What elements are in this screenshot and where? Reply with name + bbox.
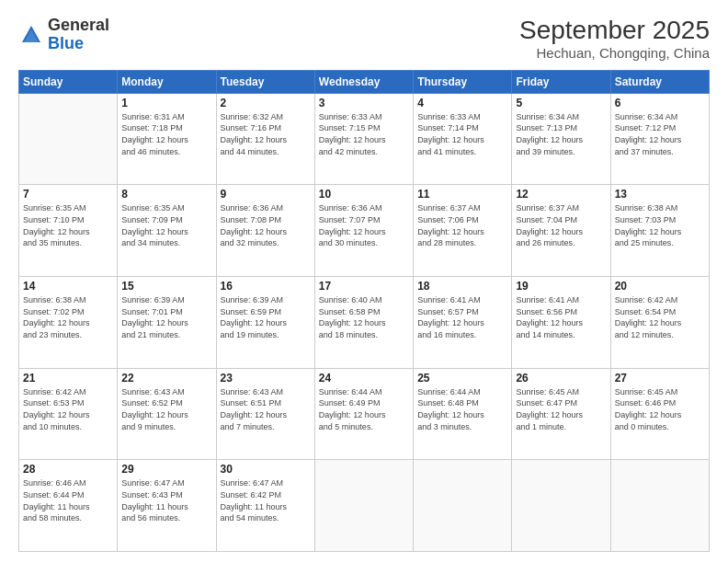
day-info: Sunrise: 6:44 AM Sunset: 6:48 PM Dayligh… bbox=[417, 386, 507, 432]
day-info: Sunrise: 6:44 AM Sunset: 6:49 PM Dayligh… bbox=[319, 386, 409, 432]
logo: General Blue bbox=[18, 17, 109, 53]
logo-icon bbox=[18, 22, 44, 48]
day-number: 23 bbox=[221, 372, 311, 385]
day-number: 29 bbox=[121, 463, 211, 476]
table-row bbox=[610, 460, 709, 552]
day-number: 15 bbox=[121, 280, 211, 293]
day-number: 27 bbox=[615, 372, 705, 385]
day-number: 20 bbox=[615, 280, 705, 293]
table-row: 17Sunrise: 6:40 AM Sunset: 6:58 PM Dayli… bbox=[314, 277, 413, 369]
day-number: 18 bbox=[417, 280, 507, 293]
table-row: 13Sunrise: 6:38 AM Sunset: 7:03 PM Dayli… bbox=[610, 185, 709, 277]
calendar-week-row: 21Sunrise: 6:42 AM Sunset: 6:53 PM Dayli… bbox=[19, 368, 710, 460]
day-number: 6 bbox=[615, 97, 705, 109]
col-monday: Monday bbox=[118, 70, 216, 93]
table-row: 6Sunrise: 6:34 AM Sunset: 7:12 PM Daylig… bbox=[610, 93, 709, 185]
table-row bbox=[512, 460, 610, 552]
table-row: 1Sunrise: 6:31 AM Sunset: 7:18 PM Daylig… bbox=[118, 93, 216, 185]
table-row: 22Sunrise: 6:43 AM Sunset: 6:52 PM Dayli… bbox=[118, 368, 216, 460]
calendar-week-row: 28Sunrise: 6:46 AM Sunset: 6:44 PM Dayli… bbox=[19, 460, 710, 552]
day-number: 28 bbox=[23, 463, 113, 476]
table-row: 26Sunrise: 6:45 AM Sunset: 6:47 PM Dayli… bbox=[512, 368, 610, 460]
col-saturday: Saturday bbox=[610, 70, 709, 93]
col-tuesday: Tuesday bbox=[216, 70, 314, 93]
calendar-header-row: Sunday Monday Tuesday Wednesday Thursday… bbox=[19, 70, 710, 93]
day-info: Sunrise: 6:47 AM Sunset: 6:43 PM Dayligh… bbox=[121, 477, 211, 523]
day-info: Sunrise: 6:34 AM Sunset: 7:13 PM Dayligh… bbox=[516, 111, 606, 157]
table-row: 5Sunrise: 6:34 AM Sunset: 7:13 PM Daylig… bbox=[512, 93, 610, 185]
day-info: Sunrise: 6:43 AM Sunset: 6:52 PM Dayligh… bbox=[121, 386, 211, 432]
day-number: 10 bbox=[319, 188, 409, 201]
month-year: September 2025 bbox=[519, 17, 710, 45]
day-number: 5 bbox=[516, 97, 606, 109]
table-row: 12Sunrise: 6:37 AM Sunset: 7:04 PM Dayli… bbox=[512, 185, 610, 277]
day-number: 14 bbox=[23, 280, 113, 293]
day-number: 25 bbox=[417, 372, 507, 385]
day-info: Sunrise: 6:39 AM Sunset: 7:01 PM Dayligh… bbox=[121, 294, 211, 340]
table-row bbox=[19, 93, 118, 185]
table-row: 28Sunrise: 6:46 AM Sunset: 6:44 PM Dayli… bbox=[19, 460, 118, 552]
table-row: 27Sunrise: 6:45 AM Sunset: 6:46 PM Dayli… bbox=[610, 368, 709, 460]
day-info: Sunrise: 6:45 AM Sunset: 6:46 PM Dayligh… bbox=[615, 386, 705, 432]
day-info: Sunrise: 6:34 AM Sunset: 7:12 PM Dayligh… bbox=[615, 111, 705, 157]
col-sunday: Sunday bbox=[19, 70, 118, 93]
day-number: 3 bbox=[319, 97, 409, 109]
day-info: Sunrise: 6:33 AM Sunset: 7:14 PM Dayligh… bbox=[417, 111, 507, 157]
table-row: 18Sunrise: 6:41 AM Sunset: 6:57 PM Dayli… bbox=[414, 277, 512, 369]
day-info: Sunrise: 6:39 AM Sunset: 6:59 PM Dayligh… bbox=[221, 294, 311, 340]
day-info: Sunrise: 6:42 AM Sunset: 6:53 PM Dayligh… bbox=[23, 386, 113, 432]
day-number: 21 bbox=[23, 372, 113, 385]
day-info: Sunrise: 6:41 AM Sunset: 6:56 PM Dayligh… bbox=[516, 294, 606, 340]
table-row: 25Sunrise: 6:44 AM Sunset: 6:48 PM Dayli… bbox=[414, 368, 512, 460]
day-info: Sunrise: 6:37 AM Sunset: 7:04 PM Dayligh… bbox=[516, 202, 606, 248]
table-row: 19Sunrise: 6:41 AM Sunset: 6:56 PM Dayli… bbox=[512, 277, 610, 369]
table-row: 7Sunrise: 6:35 AM Sunset: 7:10 PM Daylig… bbox=[19, 185, 118, 277]
day-info: Sunrise: 6:35 AM Sunset: 7:09 PM Dayligh… bbox=[121, 202, 211, 248]
day-info: Sunrise: 6:32 AM Sunset: 7:16 PM Dayligh… bbox=[221, 111, 311, 157]
title-block: September 2025 Hechuan, Chongqing, China bbox=[519, 17, 710, 61]
col-wednesday: Wednesday bbox=[314, 70, 413, 93]
table-row: 4Sunrise: 6:33 AM Sunset: 7:14 PM Daylig… bbox=[414, 93, 512, 185]
day-info: Sunrise: 6:38 AM Sunset: 7:03 PM Dayligh… bbox=[615, 202, 705, 248]
table-row: 9Sunrise: 6:36 AM Sunset: 7:08 PM Daylig… bbox=[216, 185, 314, 277]
day-number: 26 bbox=[516, 372, 606, 385]
header: General Blue September 2025 Hechuan, Cho… bbox=[18, 17, 710, 61]
day-number: 30 bbox=[221, 463, 311, 476]
day-number: 12 bbox=[516, 188, 606, 201]
calendar-week-row: 14Sunrise: 6:38 AM Sunset: 7:02 PM Dayli… bbox=[19, 277, 710, 369]
table-row: 24Sunrise: 6:44 AM Sunset: 6:49 PM Dayli… bbox=[314, 368, 413, 460]
table-row: 8Sunrise: 6:35 AM Sunset: 7:09 PM Daylig… bbox=[118, 185, 216, 277]
day-info: Sunrise: 6:43 AM Sunset: 6:51 PM Dayligh… bbox=[221, 386, 311, 432]
location: Hechuan, Chongqing, China bbox=[519, 45, 710, 61]
day-number: 16 bbox=[221, 280, 311, 293]
table-row bbox=[314, 460, 413, 552]
table-row: 15Sunrise: 6:39 AM Sunset: 7:01 PM Dayli… bbox=[118, 277, 216, 369]
day-info: Sunrise: 6:38 AM Sunset: 7:02 PM Dayligh… bbox=[23, 294, 113, 340]
day-info: Sunrise: 6:31 AM Sunset: 7:18 PM Dayligh… bbox=[121, 111, 211, 157]
page: General Blue September 2025 Hechuan, Cho… bbox=[0, 0, 728, 563]
table-row: 3Sunrise: 6:33 AM Sunset: 7:15 PM Daylig… bbox=[314, 93, 413, 185]
table-row: 10Sunrise: 6:36 AM Sunset: 7:07 PM Dayli… bbox=[314, 185, 413, 277]
table-row: 20Sunrise: 6:42 AM Sunset: 6:54 PM Dayli… bbox=[610, 277, 709, 369]
logo-text: General Blue bbox=[48, 17, 109, 53]
day-info: Sunrise: 6:36 AM Sunset: 7:08 PM Dayligh… bbox=[221, 202, 311, 248]
calendar-week-row: 1Sunrise: 6:31 AM Sunset: 7:18 PM Daylig… bbox=[19, 93, 710, 185]
table-row: 11Sunrise: 6:37 AM Sunset: 7:06 PM Dayli… bbox=[414, 185, 512, 277]
day-number: 11 bbox=[417, 188, 507, 201]
day-info: Sunrise: 6:45 AM Sunset: 6:47 PM Dayligh… bbox=[516, 386, 606, 432]
day-number: 1 bbox=[121, 97, 211, 109]
day-info: Sunrise: 6:47 AM Sunset: 6:42 PM Dayligh… bbox=[221, 477, 311, 523]
col-thursday: Thursday bbox=[414, 70, 512, 93]
day-info: Sunrise: 6:41 AM Sunset: 6:57 PM Dayligh… bbox=[417, 294, 507, 340]
day-number: 9 bbox=[221, 188, 311, 201]
table-row: 29Sunrise: 6:47 AM Sunset: 6:43 PM Dayli… bbox=[118, 460, 216, 552]
day-info: Sunrise: 6:37 AM Sunset: 7:06 PM Dayligh… bbox=[417, 202, 507, 248]
table-row: 14Sunrise: 6:38 AM Sunset: 7:02 PM Dayli… bbox=[19, 277, 118, 369]
col-friday: Friday bbox=[512, 70, 610, 93]
table-row: 30Sunrise: 6:47 AM Sunset: 6:42 PM Dayli… bbox=[216, 460, 314, 552]
table-row bbox=[414, 460, 512, 552]
table-row: 23Sunrise: 6:43 AM Sunset: 6:51 PM Dayli… bbox=[216, 368, 314, 460]
table-row: 2Sunrise: 6:32 AM Sunset: 7:16 PM Daylig… bbox=[216, 93, 314, 185]
day-info: Sunrise: 6:40 AM Sunset: 6:58 PM Dayligh… bbox=[319, 294, 409, 340]
day-number: 8 bbox=[121, 188, 211, 201]
